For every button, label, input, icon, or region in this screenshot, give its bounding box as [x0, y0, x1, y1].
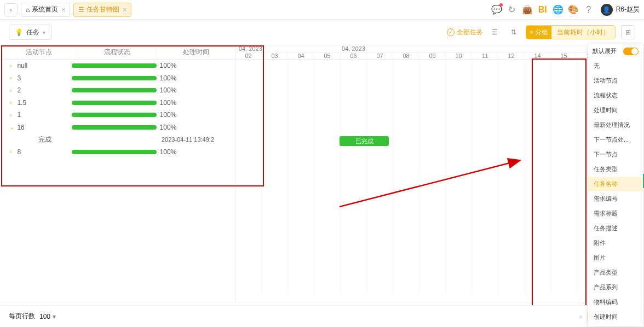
- left-header: 活动节点 流程状态 处理时间: [0, 45, 235, 60]
- close-icon[interactable]: ×: [530, 28, 533, 36]
- back-button[interactable]: ‹: [4, 3, 18, 16]
- expand-arrow-icon[interactable]: ›: [10, 75, 15, 81]
- user-chip[interactable]: 👤 R6-赵昊: [601, 4, 640, 16]
- bag-icon[interactable]: 👜: [520, 2, 535, 17]
- panel-option[interactable]: 流程状态: [588, 88, 643, 103]
- avatar: 👤: [601, 4, 613, 16]
- tab-label: 系统首页: [32, 5, 58, 14]
- table-row[interactable]: ›null100%: [0, 60, 235, 72]
- chat-icon[interactable]: 💬: [489, 2, 504, 17]
- close-icon[interactable]: ×: [123, 6, 127, 14]
- panel-option[interactable]: 任务描述: [588, 221, 643, 236]
- panel-options: 无活动节点流程状态处理时间最新处理情况下一节点处...下一节点任务类型任务名称需…: [588, 59, 643, 324]
- per-page-value[interactable]: 100: [39, 313, 50, 320]
- day-header: 08: [393, 52, 419, 59]
- group-field-panel: 默认展开 无活动节点流程状态处理时间最新处理情况下一节点处...下一节点任务类型…: [588, 44, 643, 326]
- panel-option[interactable]: 任务名称: [588, 177, 643, 191]
- progress-pct: 100%: [160, 111, 177, 119]
- table-row[interactable]: ›3100%: [0, 72, 235, 85]
- row-name: 16: [15, 124, 71, 131]
- day-header: 03: [262, 52, 288, 59]
- left-pane: 活动节点 流程状态 处理时间 ›null100%›3100%›2100%›1.5…: [0, 45, 235, 302]
- table-row[interactable]: ⌄16100%: [0, 121, 235, 134]
- day-header: 06: [341, 52, 367, 59]
- user-name: R6-赵昊: [616, 5, 640, 14]
- all-tasks-button[interactable]: ✓ 全部任务: [447, 28, 483, 37]
- month-label: 04, 2023: [342, 45, 365, 52]
- timeline-column: [235, 60, 262, 295]
- expand-arrow-icon[interactable]: ⌄: [10, 124, 15, 130]
- expand-arrow-icon[interactable]: ›: [10, 149, 15, 155]
- task-dropdown[interactable]: 💡 任务 ▾: [9, 25, 51, 40]
- panel-option[interactable]: 需求编号: [588, 191, 643, 206]
- col-header-status: 流程状态: [78, 45, 157, 59]
- panel-option[interactable]: 处理时间: [588, 103, 643, 118]
- expand-arrow-icon[interactable]: ›: [10, 100, 15, 106]
- panel-option[interactable]: 下一节点: [588, 147, 643, 162]
- progress-bar: [72, 125, 157, 130]
- row-name: 1.5: [15, 99, 71, 107]
- timeline-column: [446, 60, 472, 295]
- panel-header: 默认展开: [588, 44, 643, 59]
- bi-icon[interactable]: BI: [535, 2, 550, 17]
- panel-option[interactable]: 产品系列: [588, 280, 643, 295]
- table-row[interactable]: 完成2023-04-11 13:49:2: [0, 133, 235, 146]
- grid-icon: ⊞: [625, 28, 631, 36]
- refresh-icon[interactable]: ↻: [504, 2, 520, 17]
- progress-bar: [72, 150, 157, 154]
- home-icon: ⌂: [26, 6, 30, 14]
- day-header: 07: [367, 52, 393, 59]
- chevron-down-icon[interactable]: ▾: [53, 313, 56, 320]
- done-chip[interactable]: 已完成: [340, 136, 389, 146]
- progress-pct: 100%: [160, 124, 177, 131]
- panel-option[interactable]: 任务类型: [588, 162, 643, 177]
- panel-option[interactable]: 物料编码: [588, 295, 643, 310]
- expand-arrow-icon[interactable]: ›: [10, 63, 15, 69]
- tab-task-gantt[interactable]: ☰ 任务甘特图 ×: [73, 3, 131, 17]
- table-row[interactable]: ›1100%: [0, 109, 235, 121]
- timeline-column: [551, 60, 577, 295]
- timeline-column: [525, 60, 551, 295]
- table-row[interactable]: ›1.5100%: [0, 97, 235, 109]
- progress-bar: [72, 76, 157, 80]
- progress-cell: 100%: [72, 62, 177, 69]
- filter-icon: ☰: [492, 28, 498, 36]
- sort-button[interactable]: ⇅: [507, 26, 520, 39]
- day-header: 10: [446, 52, 472, 59]
- filter-button[interactable]: ☰: [488, 26, 502, 39]
- panel-option[interactable]: 附件: [588, 236, 643, 250]
- panel-option[interactable]: 最新处理情况: [588, 118, 643, 132]
- close-icon[interactable]: ×: [61, 6, 65, 14]
- panel-option[interactable]: 创建时间: [588, 310, 643, 324]
- group-chip[interactable]: ×分组 当前耗时（小时）: [526, 25, 616, 39]
- expand-toggle[interactable]: [623, 48, 639, 55]
- expand-label: 默认展开: [593, 47, 617, 55]
- timeline-column: [367, 60, 393, 295]
- tab-home[interactable]: ⌂ 系统首页 ×: [21, 3, 70, 17]
- progress-pct: 100%: [160, 74, 177, 82]
- bulb-icon: 💡: [15, 28, 23, 36]
- panel-option[interactable]: 活动节点: [588, 73, 643, 88]
- layout-button[interactable]: ⊞: [621, 25, 635, 39]
- day-header: 12: [498, 52, 525, 59]
- progress-pct: 100%: [160, 62, 177, 69]
- panel-option[interactable]: 无: [588, 59, 643, 73]
- panel-option[interactable]: 下一节点处...: [588, 132, 643, 147]
- panel-option[interactable]: 产品类型: [588, 265, 643, 280]
- task-label: 任务: [26, 28, 39, 37]
- expand-arrow-icon[interactable]: ›: [10, 87, 15, 94]
- globe-icon[interactable]: 🌐: [550, 2, 566, 17]
- palette-icon[interactable]: 🎨: [566, 2, 581, 17]
- timeline-column: [498, 60, 525, 295]
- expand-arrow-icon[interactable]: ›: [10, 112, 15, 118]
- panel-option[interactable]: 需求标题: [588, 206, 643, 221]
- day-header: 15: [551, 52, 577, 59]
- help-icon[interactable]: ?: [581, 2, 596, 17]
- table-row[interactable]: ›2100%: [0, 84, 235, 97]
- row-name: 2: [15, 86, 71, 94]
- panel-option[interactable]: 图片: [588, 250, 643, 265]
- page-prev[interactable]: ‹: [578, 313, 584, 320]
- table-row[interactable]: ›8100%: [0, 146, 235, 159]
- timeline-column: [472, 60, 498, 295]
- progress-bar: [72, 113, 157, 117]
